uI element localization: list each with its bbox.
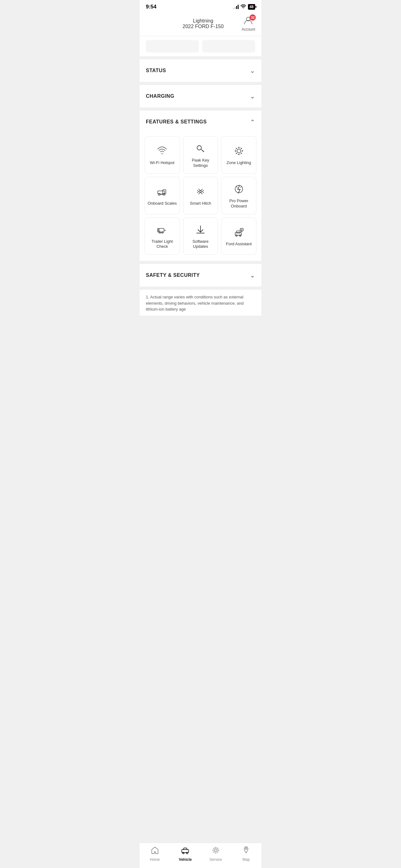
svg-rect-34 <box>240 228 243 231</box>
svg-rect-24 <box>158 229 159 230</box>
scales-icon <box>157 186 167 197</box>
onboard-scales-label: Onboard Scales <box>148 201 177 206</box>
nav-vehicle[interactable]: Vehicle <box>176 846 195 862</box>
status-chevron: ⌄ <box>250 67 255 74</box>
vehicle-info: Lightning 2022 FORD F-150 <box>165 18 242 29</box>
safety-chevron: ⌄ <box>250 272 255 279</box>
nav-map[interactable]: Map <box>237 846 256 862</box>
status-icons: 48 <box>233 4 255 10</box>
wifi-hotspot-card[interactable]: Wi-Fi Hotspot <box>144 136 180 174</box>
svg-point-39 <box>187 852 188 854</box>
zone-light-icon <box>234 145 244 157</box>
smart-hitch-label: Smart Hitch <box>190 201 211 206</box>
status-section: STATUS ⌄ <box>140 59 261 82</box>
safety-title: SAFETY & SECURITY <box>146 273 200 278</box>
ford-assistant-label: Ford Assistant <box>226 242 252 247</box>
onboard-scales-card[interactable]: Onboard Scales <box>144 177 180 214</box>
disclaimer-text: 1. Actual range varies with conditions s… <box>140 290 261 316</box>
charging-chevron: ⌄ <box>250 92 255 100</box>
vehicle-icon <box>181 846 189 856</box>
account-button[interactable]: 32 Account <box>242 16 255 32</box>
trailer-light-label: Trailer Light Check <box>147 239 177 250</box>
vehicle-model: 2022 FORD F-150 <box>165 24 242 29</box>
bottom-nav: Home Vehicle Service <box>140 843 261 868</box>
svg-point-38 <box>183 852 184 854</box>
header: Lightning 2022 FORD F-150 32 Account <box>140 12 261 36</box>
svg-point-17 <box>163 193 165 195</box>
features-grid: Wi-Fi Hotspot Paak Key Settings <box>140 133 261 261</box>
service-nav-label: Service <box>209 857 222 862</box>
software-updates-card[interactable]: Software Updates <box>183 217 218 255</box>
map-icon <box>242 846 250 856</box>
trailer-icon <box>157 224 167 235</box>
zone-lighting-card[interactable]: Zone Lighting <box>221 136 257 174</box>
account-icon-wrap: 32 <box>243 16 253 27</box>
svg-point-16 <box>158 193 160 195</box>
top-card-1 <box>146 40 199 53</box>
svg-point-4 <box>237 149 241 153</box>
notification-badge: 32 <box>249 14 256 21</box>
svg-point-3 <box>197 146 201 150</box>
svg-point-28 <box>162 231 163 233</box>
wifi-status-icon <box>240 4 246 10</box>
wifi-icon <box>157 145 167 157</box>
top-cards <box>140 36 261 56</box>
svg-line-21 <box>236 187 237 187</box>
top-card-2 <box>202 40 255 53</box>
assistant-icon <box>234 226 244 238</box>
safety-section-header[interactable]: SAFETY & SECURITY ⌄ <box>140 264 261 286</box>
hitch-icon <box>196 186 205 197</box>
vehicle-nav-label: Vehicle <box>179 857 192 862</box>
svg-point-33 <box>239 235 241 237</box>
features-title: FEATURES & SETTINGS <box>146 119 207 125</box>
map-nav-label: Map <box>243 857 250 862</box>
svg-point-40 <box>214 849 217 851</box>
vehicle-name: Lightning <box>165 18 242 24</box>
features-chevron: ⌄ <box>250 118 255 126</box>
pro-power-card[interactable]: Pro Power Onboard <box>221 177 257 214</box>
ford-assistant-card[interactable]: Ford Assistant <box>221 217 257 255</box>
svg-point-42 <box>245 848 247 849</box>
service-icon <box>212 846 220 856</box>
charging-section-header[interactable]: CHARGING ⌄ <box>140 85 261 107</box>
paak-key-label: Paak Key Settings <box>186 158 215 168</box>
svg-rect-25 <box>158 230 159 231</box>
home-nav-label: Home <box>150 857 160 862</box>
svg-point-2 <box>162 153 163 154</box>
nav-home[interactable]: Home <box>145 846 164 862</box>
charging-title: CHARGING <box>146 93 174 99</box>
svg-point-27 <box>159 231 161 233</box>
status-title: STATUS <box>146 68 166 73</box>
status-time: 9:54 <box>146 4 157 10</box>
paak-key-card[interactable]: Paak Key Settings <box>183 136 218 174</box>
features-section: FEATURES & SETTINGS ⌄ Wi-Fi Hotspot <box>140 111 261 261</box>
smart-hitch-card[interactable]: Smart Hitch <box>183 177 218 214</box>
svg-rect-31 <box>236 231 240 233</box>
svg-point-0 <box>243 8 244 8</box>
trailer-light-card[interactable]: Trailer Light Check <box>144 217 180 255</box>
scroll-content: STATUS ⌄ CHARGING ⌄ FEATURES & SETTINGS … <box>140 36 261 341</box>
zone-lighting-label: Zone Lighting <box>226 160 251 165</box>
pro-power-label: Pro Power Onboard <box>224 198 254 209</box>
account-label: Account <box>242 27 255 32</box>
svg-line-22 <box>240 187 241 187</box>
status-section-header[interactable]: STATUS ⌄ <box>140 59 261 82</box>
svg-point-13 <box>235 148 242 154</box>
svg-point-32 <box>235 235 237 237</box>
status-bar: 9:54 48 <box>140 0 261 12</box>
features-section-header[interactable]: FEATURES & SETTINGS ⌄ <box>140 111 261 133</box>
battery-icon: 48 <box>248 4 255 10</box>
charging-section: CHARGING ⌄ <box>140 85 261 107</box>
nav-service[interactable]: Service <box>206 846 225 862</box>
home-icon <box>151 846 159 856</box>
power-icon <box>234 183 244 195</box>
software-updates-label: Software Updates <box>186 239 215 250</box>
signal-icon <box>233 5 239 9</box>
wifi-hotspot-label: Wi-Fi Hotspot <box>150 160 175 165</box>
key-icon <box>196 143 205 154</box>
download-icon <box>196 224 205 235</box>
safety-section: SAFETY & SECURITY ⌄ <box>140 264 261 286</box>
